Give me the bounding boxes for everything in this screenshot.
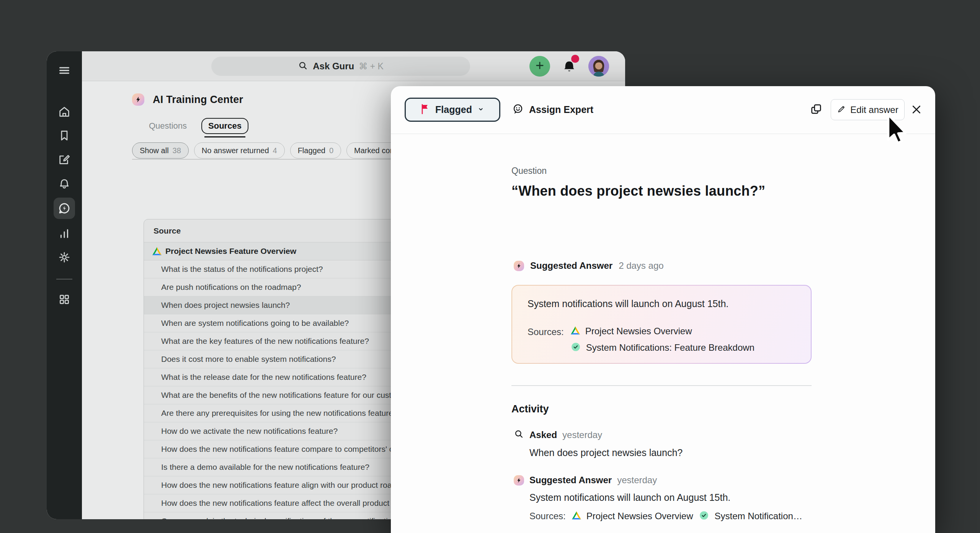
question-label: Question xyxy=(511,166,547,176)
filter-flagged[interactable]: Flagged 0 xyxy=(290,142,341,159)
google-drive-icon xyxy=(571,326,580,336)
source-link[interactable]: System Notifications: Feature Breakdown xyxy=(571,342,755,353)
tab-bar: Questions Sources xyxy=(147,118,248,134)
source-name: Project Newsies Feature Overview xyxy=(165,247,296,256)
sidebar-item-analytics[interactable] xyxy=(54,224,75,243)
flag-status-label: Flagged xyxy=(435,104,472,115)
question-title: “When does project newsies launch?” xyxy=(511,183,765,199)
filter-label: No answer returned xyxy=(202,146,269,155)
source-link[interactable]: Project Newsies Overview xyxy=(572,511,693,522)
ai-bolt-icon xyxy=(514,261,524,271)
source-link[interactable]: System Notification… xyxy=(699,510,802,522)
bar-chart-icon xyxy=(58,227,71,240)
asked-question-text: When does project newsies launch? xyxy=(529,447,683,458)
sidebar-item-settings[interactable] xyxy=(54,248,75,266)
flag-status-dropdown[interactable]: Flagged xyxy=(405,98,500,122)
chevron-down-icon xyxy=(477,106,484,114)
expert-bubble-icon xyxy=(512,103,524,117)
bookmark-icon xyxy=(58,129,71,142)
suggested-time: yesterday xyxy=(617,475,657,486)
activity-divider xyxy=(511,385,812,386)
sidebar-item-notifications[interactable] xyxy=(54,174,75,192)
sources-label: Sources: xyxy=(528,326,564,353)
ai-bolt-icon xyxy=(132,93,144,106)
suggested-answer-time: 2 days ago xyxy=(619,260,663,271)
sidebar-divider xyxy=(56,279,72,280)
sidebar-item-apps[interactable] xyxy=(54,290,75,309)
notification-badge xyxy=(571,55,579,63)
verified-check-icon xyxy=(571,342,581,353)
suggested-label: Suggested Answer xyxy=(529,475,612,486)
user-avatar[interactable] xyxy=(588,56,609,77)
search-icon xyxy=(298,60,308,72)
menu-icon[interactable] xyxy=(54,61,75,80)
source-column-header: Source xyxy=(154,226,181,235)
answer-text: System notifications will launch on Augu… xyxy=(528,298,728,309)
suggested-answer-label: Suggested Answer xyxy=(530,260,612,271)
activity-item-asked: Asked yesterday When does project newsie… xyxy=(514,429,683,458)
google-drive-icon xyxy=(572,511,581,521)
tab-questions[interactable]: Questions xyxy=(147,118,188,134)
search-shortcut: ⌘ + K xyxy=(359,61,384,72)
search-icon xyxy=(514,429,524,441)
edit-answer-button[interactable]: Edit answer xyxy=(831,99,905,120)
suggested-answer-card: System notifications will launch on Augu… xyxy=(511,285,812,364)
ai-chat-bolt-icon xyxy=(57,201,71,215)
copy-link-button[interactable] xyxy=(810,103,823,118)
modal-header: Flagged Assign Expert Edit answer xyxy=(391,86,935,134)
verified-check-icon xyxy=(699,510,709,522)
tab-sources[interactable]: Sources xyxy=(201,118,248,134)
assign-expert-button[interactable]: Assign Expert xyxy=(512,98,593,122)
activity-item-suggested: Suggested Answer yesterday System notifi… xyxy=(514,475,802,522)
sidebar-item-compose[interactable] xyxy=(54,150,75,168)
source-link[interactable]: Project Newsies Overview xyxy=(571,326,755,337)
topbar: Ask Guru ⌘ + K xyxy=(82,51,625,81)
edit-answer-label: Edit answer xyxy=(850,105,898,115)
bell-filled-icon xyxy=(561,69,578,75)
assign-expert-label: Assign Expert xyxy=(529,104,593,115)
filter-label: Flagged xyxy=(298,146,325,155)
compose-icon xyxy=(58,153,71,166)
close-icon[interactable] xyxy=(911,104,922,117)
google-drive-icon xyxy=(152,247,162,257)
apps-grid-icon xyxy=(58,293,71,306)
filter-show-all[interactable]: Show all 38 xyxy=(132,142,189,159)
filter-count: 0 xyxy=(329,146,333,155)
sources-label: Sources: xyxy=(529,511,566,522)
gear-icon xyxy=(58,251,71,264)
filter-no-answer[interactable]: No answer returned 4 xyxy=(194,142,285,159)
filter-label: Show all xyxy=(140,146,169,155)
bell-outline-icon xyxy=(58,177,71,190)
sidebar xyxy=(47,51,82,519)
sidebar-item-ai-training[interactable] xyxy=(54,198,75,219)
suggested-answer-text: System notifications will launch on Augu… xyxy=(529,492,802,503)
suggested-answer-header: Suggested Answer 2 days ago xyxy=(514,260,664,271)
pencil-icon xyxy=(837,105,846,115)
ai-bolt-icon xyxy=(514,475,524,486)
asked-time: yesterday xyxy=(562,430,602,440)
search-placeholder: Ask Guru xyxy=(313,61,354,72)
home-icon xyxy=(58,105,71,118)
page-title: AI Training Center xyxy=(153,94,243,106)
plus-icon xyxy=(534,60,545,72)
search-input[interactable]: Ask Guru ⌘ + K xyxy=(211,57,470,76)
filter-count: 38 xyxy=(173,146,181,155)
filter-count: 4 xyxy=(273,146,277,155)
create-button[interactable] xyxy=(529,56,550,77)
question-detail-modal: Flagged Assign Expert Edit answer Questi… xyxy=(391,86,935,533)
sidebar-item-home[interactable] xyxy=(54,103,75,121)
activity-heading: Activity xyxy=(511,403,549,415)
screen: Ask Guru ⌘ + K xyxy=(0,0,980,533)
asked-label: Asked xyxy=(529,430,557,440)
flag-icon xyxy=(421,104,430,116)
notifications-button[interactable] xyxy=(561,57,578,75)
sidebar-item-bookmarks[interactable] xyxy=(54,126,75,145)
